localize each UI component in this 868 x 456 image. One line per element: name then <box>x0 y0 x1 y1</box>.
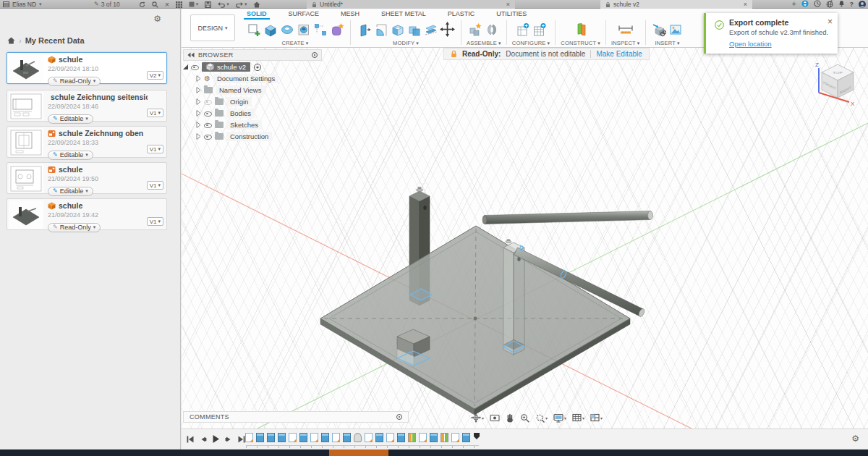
timeline-settings-gear-icon[interactable]: ⚙ <box>851 434 859 444</box>
browser-root-row[interactable]: schule v2 <box>183 62 322 72</box>
data-panel-toggle[interactable]: Elias ND ▾ <box>3 0 42 9</box>
timeline-extrude-icon[interactable] <box>343 433 351 442</box>
expander-icon[interactable] <box>196 87 201 93</box>
tab-plastic[interactable]: PLASTIC <box>446 9 477 18</box>
step-back-icon[interactable] <box>200 434 207 447</box>
insert-dropdown[interactable]: INSERT▾ <box>655 40 679 46</box>
history-icon[interactable] <box>814 0 821 9</box>
timeline-sketch-icon[interactable] <box>386 433 394 442</box>
browser-header[interactable]: BROWSER <box>183 49 322 61</box>
browser-row-sketches[interactable]: Sketches <box>183 119 322 130</box>
status-dropdown[interactable]: ✎Editable▾ <box>48 151 93 160</box>
breadcrumb-label[interactable]: My Recent Data <box>25 36 85 45</box>
timeline-sketch-icon[interactable] <box>365 433 373 442</box>
long-tube-body[interactable] <box>482 211 652 224</box>
avatar[interactable] <box>859 1 866 8</box>
joint-icon[interactable] <box>484 20 501 39</box>
bell-icon[interactable] <box>838 0 845 9</box>
recent-file-card[interactable]: schule 21/09/2024 19:50 ✎Editable▾ V1▾ <box>7 162 167 194</box>
create-sketch-icon[interactable] <box>245 20 262 39</box>
home-icon[interactable] <box>7 37 15 44</box>
tab-utilities[interactable]: UTILITIES <box>495 9 528 18</box>
job-sync-icon[interactable] <box>801 0 809 9</box>
status-dropdown[interactable]: ✎Read-Only▾ <box>48 223 101 232</box>
combine-icon[interactable] <box>406 20 422 39</box>
job-status[interactable]: ✎ 3 of 10 <box>94 0 120 9</box>
document-tab-untitled[interactable]: Untitled* × <box>307 0 515 9</box>
browser-row-named-views[interactable]: Named Views <box>183 85 322 96</box>
viewcube-top-label[interactable]: TOP <box>833 71 843 74</box>
timeline-extrude-icon[interactable] <box>462 433 470 442</box>
version-dropdown[interactable]: V1▾ <box>147 109 163 117</box>
configuration-table-icon[interactable] <box>531 20 548 39</box>
version-dropdown[interactable]: V2▾ <box>147 71 163 80</box>
timeline-extrude-icon[interactable] <box>375 433 383 442</box>
panel-options-icon[interactable] <box>396 414 402 420</box>
assemble-dropdown[interactable]: ASSEMBLE▾ <box>467 40 501 46</box>
visibility-eye-icon[interactable] <box>204 98 212 106</box>
timeline-extrude-icon[interactable] <box>321 433 329 442</box>
open-location-link[interactable]: Open location <box>729 40 772 48</box>
pan-icon[interactable] <box>506 413 514 423</box>
base-plate-body[interactable] <box>320 226 630 415</box>
timeline-sketch-icon[interactable] <box>419 433 427 442</box>
inspect-dropdown[interactable]: INSPECT▾ <box>611 40 640 46</box>
gear-icon[interactable]: ⚙ <box>153 14 161 23</box>
move-copy-icon[interactable] <box>439 20 456 39</box>
hole-icon[interactable] <box>295 20 312 39</box>
split-body-icon[interactable] <box>422 20 439 39</box>
tab-close-icon[interactable]: × <box>744 1 747 8</box>
recent-file-card[interactable]: schule Zeichnung seitensich 22/09/2024 1… <box>7 90 167 122</box>
create-dropdown[interactable]: CREATE▾ <box>282 40 309 46</box>
construction-plane-icon[interactable] <box>572 20 589 39</box>
browser-row-document-settings[interactable]: ⚙ Document Settings <box>183 73 322 84</box>
refresh-icon[interactable] <box>139 1 145 8</box>
timeline-sketch-icon[interactable] <box>310 433 318 442</box>
configure-dropdown[interactable]: CONFIGURE▾ <box>512 40 550 46</box>
modify-dropdown[interactable]: MODIFY▾ <box>393 40 419 46</box>
expander-icon[interactable] <box>196 98 201 105</box>
visibility-eye-icon[interactable] <box>204 132 212 140</box>
timeline-position-marker[interactable] <box>474 433 480 439</box>
home-icon[interactable] <box>253 1 260 8</box>
browser-row-bodies[interactable]: Bodies <box>183 108 322 119</box>
canvas-icon[interactable] <box>668 20 684 39</box>
press-pull-icon[interactable] <box>356 20 373 39</box>
create-form-icon[interactable] <box>328 20 345 39</box>
timeline-extrude-icon[interactable] <box>256 433 264 442</box>
timeline-extrude-icon[interactable] <box>267 433 275 442</box>
timeline-mirror-icon[interactable] <box>408 433 416 442</box>
expander-icon[interactable] <box>196 75 201 82</box>
grid-settings-icon[interactable]: ▾ <box>572 413 584 422</box>
recent-file-card[interactable]: schule 21/09/2024 19:42 ✎Read-Only▾ V1▾ <box>7 198 167 230</box>
insert-mesh-icon[interactable] <box>651 20 668 39</box>
visibility-eye-icon[interactable] <box>204 121 212 129</box>
version-dropdown[interactable]: V1▾ <box>147 145 163 153</box>
search-icon[interactable] <box>152 1 158 8</box>
timeline-extrude-icon[interactable] <box>430 433 438 442</box>
tab-close-icon[interactable]: × <box>506 1 510 8</box>
timeline-sketch-icon[interactable] <box>245 433 253 442</box>
construct-dropdown[interactable]: CONSTRUCT▾ <box>561 40 600 46</box>
fit-icon[interactable]: ▾ <box>535 413 548 423</box>
browser-row-construction[interactable]: Construction <box>183 131 322 142</box>
workspace-selector[interactable]: DESIGN▾ <box>190 14 235 41</box>
extrude-icon[interactable] <box>262 20 278 39</box>
step-forward-icon[interactable] <box>225 434 232 447</box>
tab-mesh[interactable]: MESH <box>339 9 361 18</box>
tab-sheet-metal[interactable]: SHEET METAL <box>380 9 427 18</box>
timeline-extrude-icon[interactable] <box>397 433 405 442</box>
measure-icon[interactable] <box>617 20 634 39</box>
make-editable-link[interactable]: Make Editable <box>596 50 642 58</box>
visibility-eye-icon[interactable] <box>204 109 212 117</box>
tab-surface[interactable]: SURFACE <box>287 9 321 18</box>
look-at-icon[interactable] <box>490 413 500 422</box>
version-dropdown[interactable]: V1▾ <box>147 181 163 190</box>
comments-panel-header[interactable]: COMMENTS <box>183 411 409 423</box>
pattern-icon[interactable] <box>312 20 328 39</box>
orbit-icon[interactable]: ▾ <box>471 413 484 423</box>
timeline-extrude-icon[interactable] <box>299 433 307 442</box>
undo-icon[interactable]: ▾ <box>218 1 229 8</box>
recent-file-card[interactable]: schule 22/09/2024 18:10 ✎Read-Only▾ V2▾ <box>7 52 167 84</box>
timeline-extrude-icon[interactable] <box>278 433 286 442</box>
